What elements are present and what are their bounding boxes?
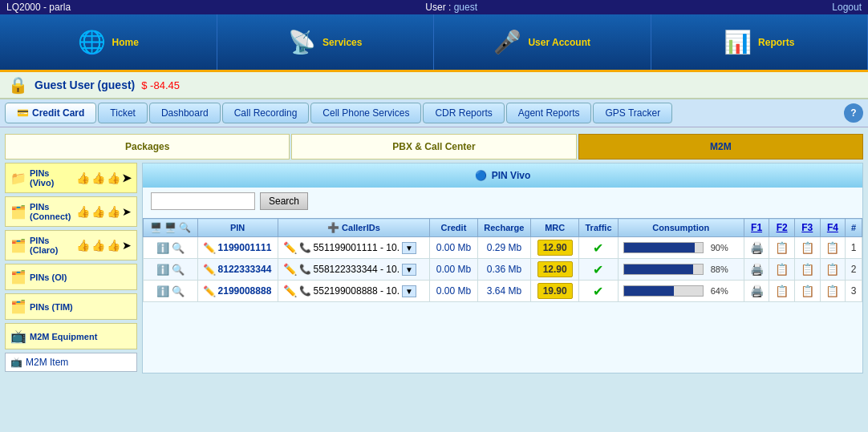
callerid-edit-icon-2[interactable]: ✏️ xyxy=(283,285,297,297)
f3-icon-1[interactable]: 📋 xyxy=(801,263,814,276)
search-input[interactable] xyxy=(151,192,255,210)
f1-icon-0[interactable]: 🖨️ xyxy=(750,241,764,254)
sidebar-claro-icons: 👍 👍 👍 ➤ xyxy=(76,239,132,252)
help-button[interactable]: ? xyxy=(844,103,863,123)
zoom-icon-2[interactable]: 🔍 xyxy=(172,285,185,297)
tab-ticket[interactable]: Ticket xyxy=(98,103,148,123)
row-traffic-0: ✔ xyxy=(579,237,618,259)
f1-icon-2[interactable]: 🖨️ xyxy=(750,285,764,297)
pin-number-1[interactable]: 8122333344 xyxy=(218,264,272,275)
callerid-dropdown-1[interactable]: ▼ xyxy=(402,264,416,276)
th-pin: PIN xyxy=(197,219,278,237)
th-f1: F1 xyxy=(744,219,769,237)
row-f1-2: 🖨️ xyxy=(744,281,769,302)
mrc-badge-2: 19.90 xyxy=(537,283,573,299)
f4-icon-0[interactable]: 📋 xyxy=(825,241,839,254)
section-tab-m2m[interactable]: M2M xyxy=(578,134,863,159)
logout-link[interactable]: Logout xyxy=(832,2,862,13)
tab-cell-phone[interactable]: Cell Phone Services xyxy=(310,103,421,123)
edit-icon-2[interactable]: ✏️ xyxy=(203,285,216,297)
tab-agent-reports[interactable]: Agent Reports xyxy=(506,103,592,123)
tab-credit-card[interactable]: 💳 Credit Card xyxy=(5,103,96,123)
f2-icon-1[interactable]: 📋 xyxy=(775,263,789,276)
sidebar-item-pins-claro[interactable]: 🗂️ PINs (Claro) 👍 👍 👍 ➤ xyxy=(5,230,137,260)
sidebar-item-pins-tim[interactable]: 🗂️ PINs (TIM) xyxy=(5,293,137,320)
row-traffic-2: ✔ xyxy=(579,281,618,302)
sidebar-item-pins-vivo[interactable]: 📁 PINs (Vivo) 👍 👍 👍 ➤ xyxy=(5,163,137,193)
user-link[interactable]: guest xyxy=(454,2,477,13)
tab-dashboard[interactable]: Dashboard xyxy=(149,103,221,123)
f3-icon-2[interactable]: 📋 xyxy=(801,285,814,297)
section-tabs: Packages PBX & Call Center M2M xyxy=(5,134,863,159)
f1-icon-1[interactable]: 🖨️ xyxy=(750,263,764,276)
th-credit: Credit xyxy=(430,219,477,237)
tab-gps-tracker[interactable]: GPS Tracker xyxy=(593,103,672,123)
table-row: ℹ️ 🔍 ✏️ 2199008888 ✏️ 📞 552199008888 - 1… xyxy=(144,281,862,302)
progress-bar-outer-1 xyxy=(623,264,704,275)
callerid-edit-icon-1[interactable]: ✏️ xyxy=(283,263,297,276)
reports-icon: 📊 xyxy=(724,29,752,55)
row-traffic-1: ✔ xyxy=(579,259,618,281)
nav-home[interactable]: 🌐 Home xyxy=(0,14,217,70)
nav-reports[interactable]: 📊 Reports xyxy=(651,14,869,70)
row-recharge-1: 0.36 Mb xyxy=(477,259,531,281)
table-row: ℹ️ 🔍 ✏️ 1199001111 ✏️ 📞 551199001111 - 1… xyxy=(144,237,862,259)
row-mrc-1: 12.90 xyxy=(531,259,579,281)
tab-call-recording[interactable]: Call Recording xyxy=(222,103,310,123)
info-icon-1[interactable]: ℹ️ xyxy=(156,264,169,276)
sidebar-item-pins-oi[interactable]: 🗂️ PINs (OI) xyxy=(5,264,137,290)
panel-header: 🔵 PIN Vivo xyxy=(143,164,862,188)
edit-icon-1[interactable]: ✏️ xyxy=(203,264,216,276)
sidebar-item-m2m-equipment[interactable]: 📺 M2M Equipment xyxy=(5,323,137,349)
pin-number-2[interactable]: 2199008888 xyxy=(218,285,272,297)
info-icon-2[interactable]: ℹ️ xyxy=(156,285,169,297)
traffic-check-icon-1: ✔ xyxy=(593,263,603,277)
traffic-check-icon-2: ✔ xyxy=(593,285,603,298)
main-nav: 🌐 Home 📡 Services 🎤 User Account 📊 Repor… xyxy=(0,14,868,72)
nav-services[interactable]: 📡 Services xyxy=(217,14,435,70)
account-balance: $ -84.45 xyxy=(141,79,180,91)
nav-user-account[interactable]: 🎤 User Account xyxy=(434,14,651,70)
row-f2-0: 📋 xyxy=(769,237,795,259)
folder-icon-oi: 🗂️ xyxy=(10,269,26,285)
callerid-phone-icon-1: 📞 xyxy=(299,264,311,275)
callerid-phone-icon-2: 📞 xyxy=(299,285,311,297)
f2-icon-0[interactable]: 📋 xyxy=(775,241,789,254)
arrow-icon-c: ➤ xyxy=(122,205,132,218)
search-button[interactable]: Search xyxy=(260,192,308,210)
progress-bar-outer-2 xyxy=(623,285,704,297)
tab-cdr-reports[interactable]: CDR Reports xyxy=(423,103,504,123)
th-f2: F2 xyxy=(769,219,795,237)
row-recharge-2: 3.64 Mb xyxy=(477,281,531,302)
folder-icon-tim: 🗂️ xyxy=(10,299,26,314)
f4-icon-1[interactable]: 📋 xyxy=(825,263,839,276)
info-icon-0[interactable]: ℹ️ xyxy=(156,242,169,254)
row-num-2: 3 xyxy=(846,281,862,302)
table-row: ℹ️ 🔍 ✏️ 8122333344 ✏️ 📞 558122333344 - 1… xyxy=(144,259,862,281)
callerid-dropdown-2[interactable]: ▼ xyxy=(402,285,416,297)
nav-user-account-label: User Account xyxy=(528,37,590,48)
sidebar-sub-m2m-item[interactable]: 📺 M2M Item xyxy=(5,353,137,372)
callerid-dropdown-0[interactable]: ▼ xyxy=(402,242,416,254)
monitor-icon: 🖥️ xyxy=(150,222,162,233)
row-credit-2: 0.00 Mb xyxy=(430,281,477,302)
f3-icon-0[interactable]: 📋 xyxy=(801,241,814,254)
zoom-icon-0[interactable]: 🔍 xyxy=(172,242,185,254)
th-actions: 🖥️ 🖥️ 🔍 xyxy=(144,219,198,237)
section-tab-pbx[interactable]: PBX & Call Center xyxy=(291,134,576,159)
row-callerid-2: ✏️ 📞 552199008888 - 10. ▼ xyxy=(278,281,430,302)
search-bar: Search xyxy=(143,188,862,215)
zoom-icon-1[interactable]: 🔍 xyxy=(172,264,185,276)
section-tab-packages[interactable]: Packages xyxy=(5,134,290,159)
pin-number-0[interactable]: 1199001111 xyxy=(218,242,272,253)
callerid-edit-icon-0[interactable]: ✏️ xyxy=(283,241,297,254)
f2-icon-2[interactable]: 📋 xyxy=(775,285,789,297)
edit-icon-0[interactable]: ✏️ xyxy=(203,242,216,254)
sidebar-connect-icons: 👍 👍 👍 ➤ xyxy=(76,205,132,218)
f4-icon-2[interactable]: 📋 xyxy=(825,285,839,297)
sidebar-item-pins-connect[interactable]: 🗂️ PINs (Connect) 👍 👍 👍 ➤ xyxy=(5,196,137,227)
callerid-value-1: 558122333344 - 10. xyxy=(314,264,400,275)
row-num-1: 2 xyxy=(846,259,862,281)
main-content: 📁 PINs (Vivo) 👍 👍 👍 ➤ 🗂️ PINs (Connect) … xyxy=(5,163,863,373)
credit-card-icon: 💳 xyxy=(17,107,29,119)
